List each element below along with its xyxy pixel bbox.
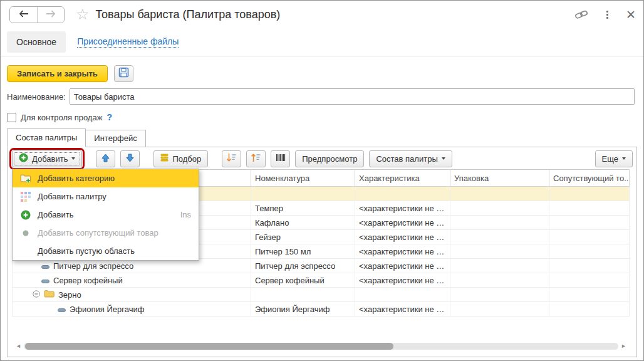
table-row[interactable]: Эфиопия ЙергачифЭфиопия Йергачиф<характе… [13, 302, 630, 317]
floppy-icon [118, 67, 129, 80]
menu-item-label: Добавить палитру [38, 192, 106, 201]
related-product-cell[interactable] [549, 187, 630, 201]
column-header[interactable]: Характеристика [355, 170, 450, 187]
nomenclature-cell[interactable]: Кафлано [251, 216, 355, 230]
tab-interface[interactable]: Интерфейс [86, 130, 145, 147]
column-header[interactable]: Сопутствующий то.. [549, 170, 630, 187]
composition-menu-button[interactable]: Состав палитры [369, 150, 452, 167]
column-header[interactable]: Упаковка [450, 170, 549, 187]
nomenclature-cell[interactable]: Сервер кофейный [251, 273, 355, 288]
characteristic-cell[interactable]: <характеристики не и… [355, 259, 450, 273]
sales-control-checkbox[interactable] [7, 113, 16, 122]
packaging-cell[interactable] [450, 187, 549, 201]
move-up-button[interactable] [96, 150, 115, 167]
packaging-cell[interactable] [450, 288, 549, 302]
add-menu: Добавить категориюДобавить палитруДобави… [12, 169, 199, 261]
related-product-cell[interactable] [549, 273, 630, 288]
scrollbar-track[interactable] [24, 343, 618, 350]
menu-item[interactable]: ДобавитьIns [13, 206, 199, 224]
add-button[interactable]: Добавить [12, 150, 82, 167]
related-product-cell[interactable] [549, 216, 630, 230]
related-product-cell[interactable] [549, 230, 630, 244]
menu-item[interactable]: Добавить категорию [13, 169, 199, 187]
plus-circle-icon [19, 153, 28, 164]
scroll-left-icon[interactable]: ◄ [16, 343, 21, 349]
item-icon [41, 276, 49, 285]
characteristic-cell[interactable] [355, 187, 450, 201]
app-window: ☆ Товары бариста (Палитра товаров) ✕ Осн… [0, 0, 644, 361]
nomenclature-cell[interactable]: Темпер [251, 201, 355, 216]
name-input[interactable] [70, 88, 635, 105]
tree-cell[interactable]: Зерно [13, 288, 251, 302]
packaging-cell[interactable] [450, 216, 549, 230]
nomenclature-cell[interactable]: Питчер 150 мл [251, 244, 355, 259]
pick-button[interactable]: Подбор [153, 150, 208, 167]
scroll-right-icon[interactable]: ► [621, 343, 626, 349]
more-button[interactable]: Еще [595, 150, 633, 167]
related-product-cell[interactable] [549, 302, 630, 317]
arrow-up-icon [101, 154, 110, 164]
menu-item[interactable]: Добавить пустую область [13, 242, 199, 260]
related-product-cell[interactable] [549, 201, 630, 216]
tab-composition[interactable]: Состав палитры [7, 128, 86, 147]
characteristic-cell[interactable] [355, 288, 450, 302]
barcode-button[interactable] [271, 150, 290, 167]
kebab-menu-icon[interactable] [605, 9, 610, 20]
nomenclature-cell[interactable] [251, 288, 355, 302]
chevron-down-icon [622, 157, 626, 160]
back-button[interactable] [10, 7, 37, 23]
sort-asc-button[interactable] [246, 150, 266, 167]
table-row[interactable]: Сервер кофейныйСервер кофейный<характери… [13, 273, 630, 288]
link-icon[interactable] [574, 9, 589, 20]
menu-item-label: Добавить [38, 210, 73, 219]
column-header[interactable]: Номенклатура [251, 170, 355, 187]
forward-button[interactable] [37, 7, 64, 23]
packaging-cell[interactable] [450, 259, 549, 273]
tree-label: Питчер для эспрессо [53, 261, 133, 271]
sort-desc-button[interactable] [222, 150, 241, 167]
table-toolbar: Добавить Подбор [8, 147, 636, 169]
chevron-down-icon [442, 157, 445, 160]
characteristic-cell[interactable]: <характеристики не и… [355, 230, 450, 244]
tree-label: Зерно [58, 290, 81, 300]
composition-panel: Добавить Подбор [7, 147, 637, 357]
menu-item[interactable]: Добавить палитру [13, 187, 199, 206]
characteristic-cell[interactable]: <характеристики не и… [355, 216, 450, 230]
characteristic-cell[interactable]: <характеристики не и… [355, 244, 450, 259]
nomenclature-cell[interactable]: Эфиопия Йергачиф [251, 302, 355, 317]
close-icon[interactable]: ✕ [626, 9, 636, 21]
tree-cell[interactable]: Эфиопия Йергачиф [13, 302, 251, 317]
packaging-cell[interactable] [450, 201, 549, 216]
save-and-close-button[interactable]: Записать и закрыть [7, 65, 108, 82]
related-product-cell[interactable] [549, 244, 630, 259]
characteristic-cell[interactable]: <характеристики не и… [355, 201, 450, 216]
packaging-cell[interactable] [450, 302, 549, 317]
menu-item-shortcut: Ins [180, 210, 191, 219]
name-label: Наименование: [7, 92, 66, 102]
favorite-star-icon[interactable]: ☆ [76, 7, 90, 22]
related-product-cell[interactable] [549, 288, 630, 302]
palette-icon [19, 192, 31, 202]
preview-button[interactable]: Предпросмотр [295, 150, 364, 167]
characteristic-cell[interactable]: <характеристики не и… [355, 273, 450, 288]
save-button[interactable] [114, 65, 133, 82]
packaging-cell[interactable] [450, 273, 549, 288]
nomenclature-cell[interactable]: Питчер для эспрессо [251, 259, 355, 273]
nomenclature-cell[interactable]: Гейзер [251, 230, 355, 244]
move-down-button[interactable] [120, 150, 140, 167]
expander-minus-icon[interactable] [33, 290, 40, 300]
packaging-cell[interactable] [450, 244, 549, 259]
tab-main[interactable]: Основное [7, 31, 66, 53]
table-row[interactable]: Зерно [13, 288, 630, 302]
nomenclature-cell[interactable] [251, 187, 355, 201]
characteristic-cell[interactable]: <характеристики не и… [355, 302, 450, 317]
scrollbar-thumb[interactable] [25, 343, 393, 350]
packaging-cell[interactable] [450, 230, 549, 244]
horizontal-scrollbar[interactable]: ◄ ► [16, 342, 626, 350]
sort-asc-icon [251, 153, 261, 164]
help-link[interactable]: ? [106, 112, 112, 122]
tab-attached-files[interactable]: Присоединенные файлы [77, 36, 179, 48]
tree-cell[interactable]: Сервер кофейный [13, 273, 251, 288]
dot-icon [19, 228, 31, 238]
related-product-cell[interactable] [549, 259, 630, 273]
